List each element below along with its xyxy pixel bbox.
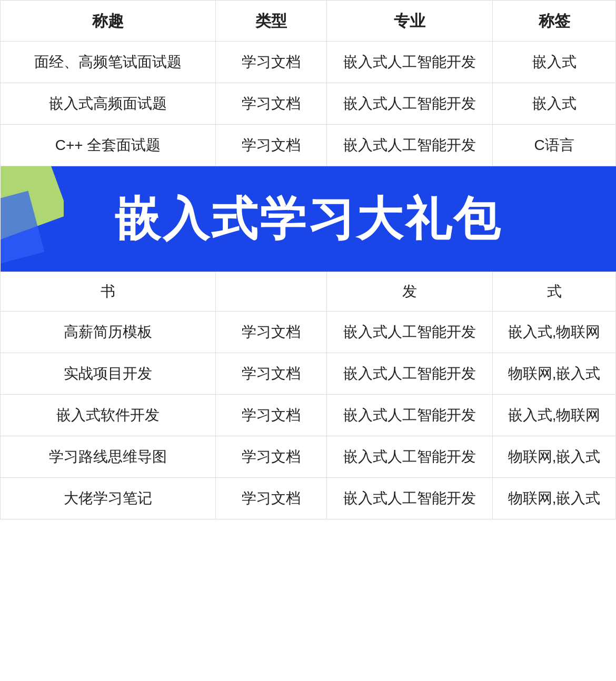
partial-row: 书 发 式 (1, 272, 616, 312)
table-row: 面经、高频笔试面试题 学习文档 嵌入式人工智能开发 嵌入式 (1, 42, 616, 83)
table-row: C++ 全套面试题 学习文档 嵌入式人工智能开发 C语言 (1, 125, 616, 166)
header-col1: 称趣 (1, 1, 216, 42)
cell-col4: 嵌入式,物联网 (493, 312, 616, 353)
table-row: 嵌入式高频面试题 学习文档 嵌入式人工智能开发 嵌入式 (1, 83, 616, 125)
cell-col1: 嵌入式高频面试题 (1, 83, 216, 125)
cell-col3: 嵌入式人工智能开发 (326, 83, 493, 125)
banner-container: 嵌入式学习大礼包 (1, 166, 616, 272)
cell-col4: C语言 (493, 125, 616, 166)
cell-col1: 实战项目开发 (1, 353, 216, 395)
cell-col1: 大佬学习笔记 (1, 478, 216, 519)
cell-col3: 嵌入式人工智能开发 (326, 395, 493, 436)
table-wrapper: 称趣 类型 专业 称签 面经、高频笔试面试题 学习文档 嵌入式人工智能开发 嵌入… (0, 0, 616, 519)
main-table: 称趣 类型 专业 称签 面经、高频笔试面试题 学习文档 嵌入式人工智能开发 嵌入… (0, 0, 616, 519)
banner-text: 嵌入式学习大礼包 (114, 184, 502, 254)
partial-col4: 式 (493, 272, 616, 312)
table-row: 高薪简历模板 学习文档 嵌入式人工智能开发 嵌入式,物联网 (1, 312, 616, 353)
banner-cell: 嵌入式学习大礼包 (1, 166, 616, 272)
banner-overlay: 嵌入式学习大礼包 (1, 166, 616, 272)
cell-col2: 学习文档 (216, 312, 326, 353)
cell-col1: 嵌入式软件开发 (1, 395, 216, 436)
banner-decoration (1, 166, 64, 272)
cell-col4: 嵌入式,物联网 (493, 395, 616, 436)
cell-col2: 学习文档 (216, 353, 326, 395)
partial-col1: 书 (1, 272, 216, 312)
header-row: 称趣 类型 专业 称签 (1, 1, 616, 42)
header-col4: 称签 (493, 1, 616, 42)
cell-col4: 物联网,嵌入式 (493, 436, 616, 478)
cell-col4: 物联网,嵌入式 (493, 478, 616, 519)
cell-col2: 学习文档 (216, 42, 326, 83)
cell-col3: 嵌入式人工智能开发 (326, 436, 493, 478)
cell-col2: 学习文档 (216, 125, 326, 166)
cell-col2: 学习文档 (216, 436, 326, 478)
cell-col3: 嵌入式人工智能开发 (326, 42, 493, 83)
cell-col2: 学习文档 (216, 478, 326, 519)
cell-col3: 嵌入式人工智能开发 (326, 353, 493, 395)
partial-col3: 发 (326, 272, 493, 312)
cell-col3: 嵌入式人工智能开发 (326, 125, 493, 166)
cell-col1: 高薪简历模板 (1, 312, 216, 353)
cell-col1: C++ 全套面试题 (1, 125, 216, 166)
cell-col4: 物联网,嵌入式 (493, 353, 616, 395)
partial-col2 (216, 272, 326, 312)
cell-col2: 学习文档 (216, 395, 326, 436)
table-row: 实战项目开发 学习文档 嵌入式人工智能开发 物联网,嵌入式 (1, 353, 616, 395)
table-row: 大佬学习笔记 学习文档 嵌入式人工智能开发 物联网,嵌入式 (1, 478, 616, 519)
cell-col4: 嵌入式 (493, 42, 616, 83)
header-col2: 类型 (216, 1, 326, 42)
cell-col3: 嵌入式人工智能开发 (326, 478, 493, 519)
cell-col2: 学习文档 (216, 83, 326, 125)
cell-col3: 嵌入式人工智能开发 (326, 312, 493, 353)
table-row: 嵌入式软件开发 学习文档 嵌入式人工智能开发 嵌入式,物联网 (1, 395, 616, 436)
banner-row: 嵌入式学习大礼包 (1, 166, 616, 272)
cell-col1: 学习路线思维导图 (1, 436, 216, 478)
table-row: 学习路线思维导图 学习文档 嵌入式人工智能开发 物联网,嵌入式 (1, 436, 616, 478)
cell-col1: 面经、高频笔试面试题 (1, 42, 216, 83)
cell-col4: 嵌入式 (493, 83, 616, 125)
header-col3: 专业 (326, 1, 493, 42)
